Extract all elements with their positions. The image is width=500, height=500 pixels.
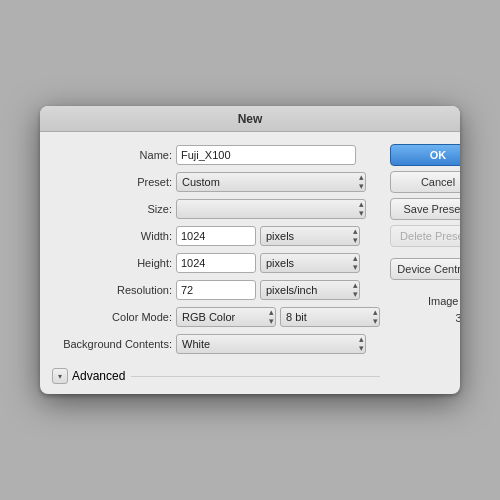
dialog-title: New — [40, 106, 460, 132]
resolution-label: Resolution: — [52, 284, 172, 296]
preset-row: Preset: Custom Default Photoshop Size U.… — [52, 171, 380, 193]
toggle-arrow-icon: ▾ — [58, 372, 62, 381]
buttons-area: OK Cancel Save Preset... Delete Preset..… — [390, 144, 460, 384]
image-size-label: Image Size: — [390, 293, 460, 310]
save-preset-button[interactable]: Save Preset... — [390, 198, 460, 220]
advanced-toggle[interactable]: ▾ Advanced — [52, 368, 125, 384]
device-central-button[interactable]: Device Central... — [390, 258, 460, 280]
advanced-row: ▾ Advanced — [52, 366, 380, 384]
name-input[interactable] — [176, 145, 356, 165]
size-row: Size: ▴ ▾ — [52, 198, 380, 220]
bit-depth-wrapper: 8 bit 16 bit 32 bit ▴ ▾ — [280, 307, 380, 327]
preset-select-wrapper: Custom Default Photoshop Size U.S. Paper… — [176, 172, 366, 192]
width-input[interactable] — [176, 226, 256, 246]
resolution-input[interactable] — [176, 280, 256, 300]
advanced-label: Advanced — [72, 369, 125, 383]
width-label: Width: — [52, 230, 172, 242]
size-select-wrapper: ▴ ▾ — [176, 199, 366, 219]
color-mode-label: Color Mode: — [52, 311, 172, 323]
image-size-value: 3,00M — [390, 310, 460, 327]
color-mode-wrapper: RGB Color Grayscale CMYK Color ▴ ▾ — [176, 307, 276, 327]
delete-preset-button[interactable]: Delete Preset... — [390, 225, 460, 247]
resolution-unit-wrapper: pixels/inch pixels/cm ▴ ▾ — [260, 280, 360, 300]
resolution-row: Resolution: pixels/inch pixels/cm ▴ ▾ — [52, 279, 380, 301]
name-row: Name: — [52, 144, 380, 166]
height-input[interactable] — [176, 253, 256, 273]
height-row: Height: pixels inches cm ▴ ▾ — [52, 252, 380, 274]
background-select[interactable]: White Background Color Transparent — [176, 334, 366, 354]
size-info: Image Size: 3,00M — [390, 293, 460, 326]
size-select[interactable] — [176, 199, 366, 219]
ok-button[interactable]: OK — [390, 144, 460, 166]
advanced-toggle-btn[interactable]: ▾ — [52, 368, 68, 384]
height-unit-select[interactable]: pixels inches cm — [260, 253, 360, 273]
name-label: Name: — [52, 149, 172, 161]
resolution-unit-select[interactable]: pixels/inch pixels/cm — [260, 280, 360, 300]
background-row: Background Contents: White Background Co… — [52, 333, 380, 355]
width-row: Width: pixels inches cm ▴ ▾ — [52, 225, 380, 247]
background-label: Background Contents: — [52, 338, 172, 350]
width-unit-wrapper: pixels inches cm ▴ ▾ — [260, 226, 360, 246]
height-unit-wrapper: pixels inches cm ▴ ▾ — [260, 253, 360, 273]
background-select-wrapper: White Background Color Transparent ▴ ▾ — [176, 334, 366, 354]
preset-label: Preset: — [52, 176, 172, 188]
size-label: Size: — [52, 203, 172, 215]
new-document-dialog: New Name: Preset: Custom Default Photosh… — [40, 106, 460, 394]
color-mode-row: Color Mode: RGB Color Grayscale CMYK Col… — [52, 306, 380, 328]
width-unit-select[interactable]: pixels inches cm — [260, 226, 360, 246]
cancel-button[interactable]: Cancel — [390, 171, 460, 193]
advanced-separator — [131, 376, 380, 377]
form-area: Name: Preset: Custom Default Photoshop S… — [52, 144, 380, 384]
bit-depth-select[interactable]: 8 bit 16 bit 32 bit — [280, 307, 380, 327]
height-label: Height: — [52, 257, 172, 269]
color-mode-select[interactable]: RGB Color Grayscale CMYK Color — [176, 307, 276, 327]
preset-select[interactable]: Custom Default Photoshop Size U.S. Paper — [176, 172, 366, 192]
